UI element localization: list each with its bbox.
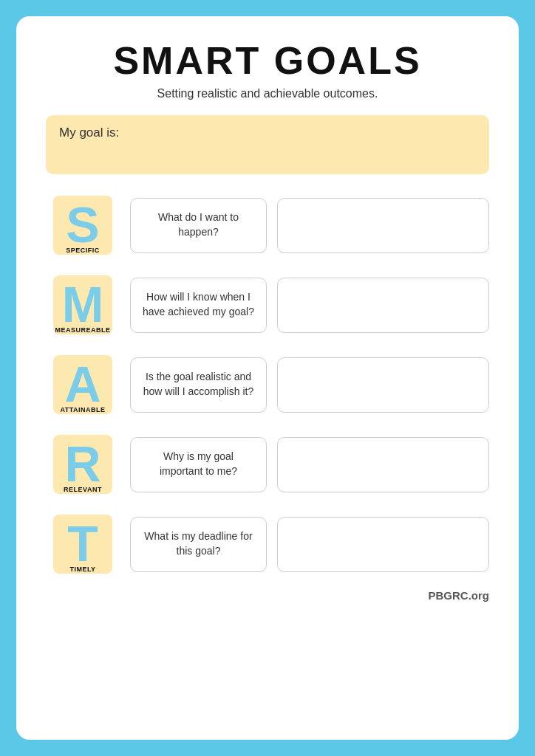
answer-box-m[interactable] <box>277 278 489 333</box>
main-card: SMART GOALS Setting realistic and achiev… <box>16 16 519 740</box>
question-text-m: How will I know when I have achieved my … <box>141 290 256 319</box>
smart-row-m: M MEASUREABLE How will I know when I hav… <box>46 272 489 338</box>
letter-word-m: MEASUREABLE <box>55 326 110 334</box>
letter-block-r: R RELEVANT <box>46 431 120 498</box>
letter-char-r: R <box>64 439 100 489</box>
letter-char-m: M <box>62 279 104 329</box>
question-box-s: What do I want to happen? <box>130 198 267 253</box>
smart-row-a: A ATTAINABLE Is the goal realistic and h… <box>46 351 489 418</box>
answer-box-r[interactable] <box>277 437 489 492</box>
page-subtitle: Setting realistic and achievable outcome… <box>46 87 489 100</box>
smart-row-s: S SPECIFIC What do I want to happen? <box>46 192 489 258</box>
question-box-m: How will I know when I have achieved my … <box>130 278 267 333</box>
letter-char-s: S <box>66 199 99 250</box>
letter-block-s: S SPECIFIC <box>46 192 120 258</box>
question-text-a: Is the goal realistic and how will I acc… <box>141 370 256 399</box>
question-box-a: Is the goal realistic and how will I acc… <box>130 357 267 413</box>
question-text-s: What do I want to happen? <box>141 210 256 239</box>
goal-label: My goal is: <box>59 126 119 140</box>
question-text-r: Why is my goal important to me? <box>141 450 256 478</box>
letter-word-r: RELEVANT <box>64 486 102 493</box>
answer-box-a[interactable] <box>277 357 489 413</box>
answer-box-t[interactable] <box>277 517 489 572</box>
question-text-t: What is my deadline for this goal? <box>141 529 256 558</box>
letter-block-t: T TIMELY <box>46 511 120 577</box>
letter-char-a: A <box>64 359 100 409</box>
letter-word-t: TIMELY <box>69 566 95 573</box>
smart-rows: S SPECIFIC What do I want to happen? M M… <box>46 192 489 577</box>
letter-block-a: A ATTAINABLE <box>46 351 120 418</box>
letter-char-t: T <box>67 518 98 568</box>
question-box-t: What is my deadline for this goal? <box>130 517 267 572</box>
footer-text: PBGRC.org <box>46 589 489 602</box>
smart-row-r: R RELEVANT Why is my goal important to m… <box>46 431 489 498</box>
letter-word-a: ATTAINABLE <box>60 406 105 413</box>
smart-row-t: T TIMELY What is my deadline for this go… <box>46 511 489 577</box>
question-box-r: Why is my goal important to me? <box>130 437 267 492</box>
answer-box-s[interactable] <box>277 198 489 253</box>
page-title: SMART GOALS <box>46 38 489 83</box>
goal-input-box[interactable]: My goal is: <box>46 115 489 174</box>
letter-block-m: M MEASUREABLE <box>46 272 120 338</box>
letter-word-s: SPECIFIC <box>66 247 100 254</box>
